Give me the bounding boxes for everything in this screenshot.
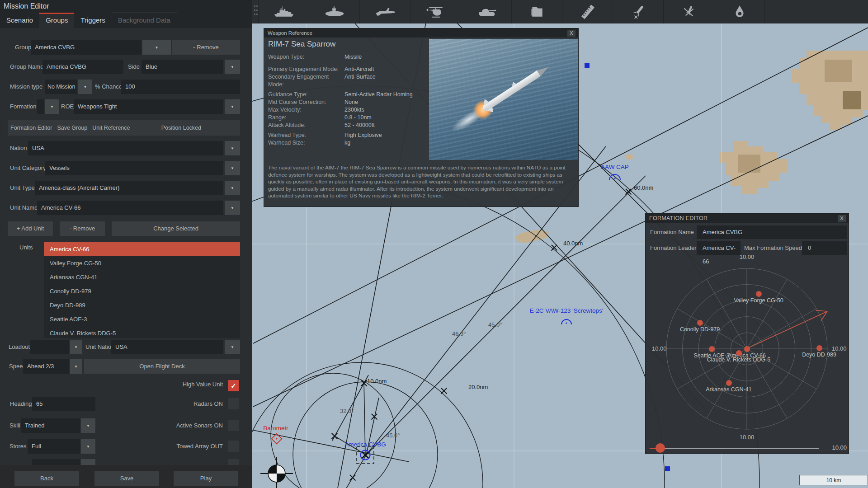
high-value-unit-checkbox[interactable]	[228, 380, 239, 391]
angle-label: 32.3°	[340, 408, 354, 414]
spec-row: Primary Engagement Mode:Anti-Aircraft	[268, 66, 427, 73]
formation-dot-claude-v-rickets-ddg-5[interactable]	[736, 350, 742, 356]
mission-type-select[interactable]: No Mission	[45, 80, 77, 94]
weapon-name: RIM-7 Sea Sparrow	[268, 40, 335, 49]
chance-input[interactable]: 100	[121, 80, 240, 94]
groups-select[interactable]: America CVBG	[31, 40, 142, 55]
angle-label: 45.0°	[488, 321, 502, 328]
unit-item-claude-v-rickets-ddg-5[interactable]: Claude V. Rickets DDG-5	[44, 326, 240, 338]
clipped-row	[0, 459, 252, 465]
back-button[interactable]: Back	[14, 471, 79, 486]
unit-nation-dropdown-arrow-icon[interactable]	[225, 340, 240, 354]
radars-checkbox[interactable]	[228, 398, 239, 409]
close-icon[interactable]: X	[567, 30, 576, 37]
open-flight-deck-button[interactable]: Open Flight Deck	[84, 359, 240, 374]
map-unit-label-barometr: Barometr	[263, 425, 288, 432]
formation-scale-slider[interactable]	[650, 448, 819, 449]
air-defense-tool-button[interactable]	[664, 0, 714, 23]
spec-value: Anti-Aircraft	[344, 66, 374, 73]
save-button[interactable]: Save	[94, 471, 159, 486]
subtool-formation-editor[interactable]: Formation Editor	[10, 125, 52, 131]
tab-triggers[interactable]: Triggers	[74, 13, 111, 28]
missile-tool-button[interactable]	[613, 0, 664, 23]
remove-unit-button[interactable]: - Remove	[60, 221, 105, 236]
unit-item-valley-forge-cg-50[interactable]: Valley Forge CG-50	[44, 256, 240, 270]
remove-group-button[interactable]: - Remove	[172, 40, 240, 55]
group-name-input[interactable]: America CVBG	[42, 60, 123, 74]
speed-select[interactable]: Ahead 2/3	[23, 359, 69, 374]
formation-dot-valley-forge-cg-50[interactable]	[756, 291, 762, 297]
subtool-unit-reference[interactable]: Unit Reference	[92, 125, 130, 131]
skill-select[interactable]: Trained	[21, 418, 80, 433]
groups-dropdown-arrow-icon[interactable]	[142, 40, 171, 55]
nation-select[interactable]: USA	[28, 141, 223, 155]
unit-category-dropdown-arrow-icon[interactable]	[225, 161, 240, 175]
ruler-icon	[576, 4, 599, 19]
toolbar-drag-handle-icon[interactable]	[252, 0, 258, 23]
subtool-position-locked[interactable]: Position Locked	[161, 125, 201, 131]
towed-array-checkbox[interactable]	[228, 441, 239, 452]
submarine-icon	[323, 4, 346, 19]
stores-select[interactable]: Full	[28, 439, 80, 454]
tab-scenario[interactable]: Scenario	[0, 13, 39, 28]
axis-label-left: 10.00	[652, 345, 667, 352]
formation-chart-layer: Valley Forge CG-50Conolly DD-979Seattle …	[646, 214, 849, 454]
aircraft-tool-button[interactable]	[360, 0, 410, 23]
unit-category-select[interactable]: Vessels	[45, 161, 223, 175]
submarine-tool-button[interactable]	[309, 0, 360, 23]
unit-type-select[interactable]: America-class (Aircraft Carrier)	[35, 181, 223, 195]
formation-scale-value: 10.00	[826, 444, 847, 451]
spec-label: Warhead Type:	[268, 131, 344, 139]
tab-groups[interactable]: Groups	[39, 13, 74, 28]
active-sonars-checkbox[interactable]	[228, 420, 239, 431]
map-unit-label-aaw-cap: AAW CAP	[601, 164, 629, 170]
side-dropdown-arrow-icon[interactable]	[225, 60, 240, 74]
unit-item-seattle-aoe-3[interactable]: Seattle AOE-3	[44, 312, 240, 326]
change-selected-button[interactable]: Change Selected	[112, 221, 240, 236]
tab-background-data[interactable]: Background Data	[112, 13, 177, 28]
heading-input[interactable]: 65	[32, 397, 95, 411]
ruler-tool-button[interactable]	[562, 0, 613, 23]
formation-dot-seattle-aoe-3[interactable]	[709, 346, 715, 352]
mission-type-dropdown-arrow-icon[interactable]	[78, 80, 92, 94]
unit-item-america-cv-66[interactable]: America CV-66	[44, 242, 240, 256]
formation-scale-slider-handle[interactable]	[656, 443, 665, 453]
play-button[interactable]: Play	[174, 471, 238, 486]
skill-dropdown-arrow-icon[interactable]	[81, 418, 95, 433]
loadouts-dropdown-arrow-icon[interactable]	[70, 340, 82, 354]
helicopter-tool-button[interactable]	[410, 0, 461, 23]
formation-dot-conolly-dd-979[interactable]	[697, 320, 703, 326]
formation-select[interactable]	[37, 99, 44, 114]
weapon-reference-titlebar[interactable]: Weapon Reference X	[264, 28, 578, 38]
formation-dot-deyo-dd-989[interactable]	[816, 345, 822, 351]
stores-dropdown-arrow-icon[interactable]	[81, 439, 95, 454]
roe-select[interactable]: Weapons Tight	[74, 99, 223, 114]
unit-name-select[interactable]: America CV-66	[37, 201, 223, 215]
eraser-tool-button[interactable]	[714, 0, 765, 23]
unit-name-dropdown-arrow-icon[interactable]	[225, 201, 240, 215]
skill-label: Skill	[9, 418, 20, 433]
unit-nation-select[interactable]: USA	[111, 340, 223, 354]
unit-type-dropdown-arrow-icon[interactable]	[225, 181, 240, 195]
subtool-save-group[interactable]: Save Group	[57, 125, 87, 131]
formation-dot-arkansas-cgn-41[interactable]	[726, 380, 732, 386]
range-label: 20.0nm	[468, 384, 488, 390]
high-value-unit-label: High Value Unit	[136, 379, 223, 390]
speed-dropdown-arrow-icon[interactable]	[70, 359, 82, 374]
spec-row: Guidance Type:Semi-Active Radar Homing	[268, 91, 427, 99]
add-unit-button[interactable]: + Add Unit	[8, 221, 53, 236]
roe-dropdown-arrow-icon[interactable]	[225, 99, 240, 114]
side-select[interactable]: Blue	[142, 60, 223, 74]
folder-tool-button[interactable]	[512, 0, 562, 23]
formation-dropdown-arrow-icon[interactable]	[45, 99, 59, 114]
unit-item-arkansas-cgn-41[interactable]: Arkansas CGN-41	[44, 270, 240, 284]
spec-row: Range:0.8 - 10nm	[268, 114, 427, 122]
warship-tool-button[interactable]	[258, 0, 309, 23]
tank-tool-button[interactable]	[461, 0, 512, 23]
nation-dropdown-arrow-icon[interactable]	[225, 141, 240, 155]
loadouts-select[interactable]	[30, 340, 69, 354]
unit-item-deyo-dd-989[interactable]: Deyo DD-989	[44, 298, 240, 312]
formation-dot-america-cv-66[interactable]	[744, 346, 750, 352]
range-label: 60.0nm	[634, 184, 653, 191]
unit-item-conolly-dd-979[interactable]: Conolly DD-979	[44, 284, 240, 298]
